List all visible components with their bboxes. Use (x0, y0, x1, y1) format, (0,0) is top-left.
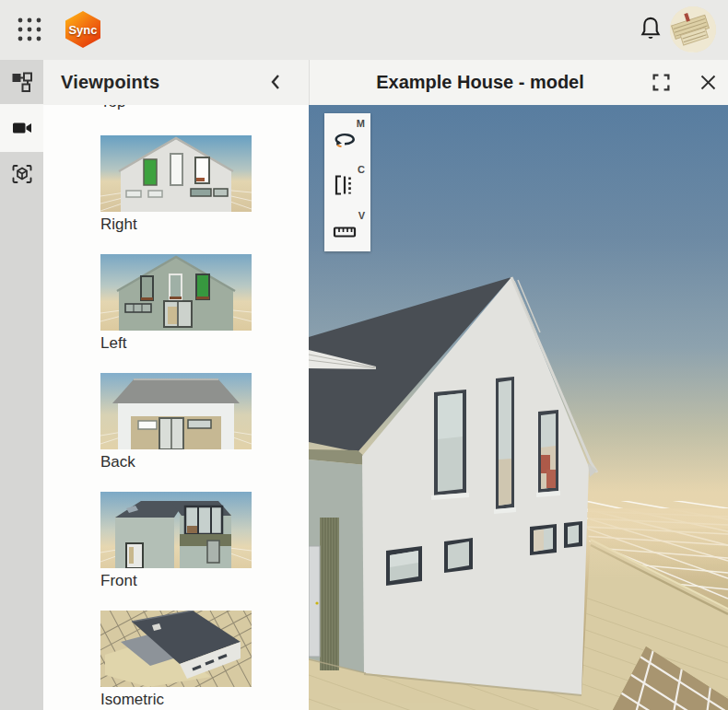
viewpoint-thumbnail-left (100, 254, 252, 331)
viewpoints-panel: Viewpoints Top (43, 60, 309, 710)
viewer-panel: Example House - model (309, 60, 728, 710)
notifications-button[interactable] (637, 16, 664, 45)
viewpoint-item-isometric[interactable]: Isometric (100, 611, 252, 709)
video-camera-icon (11, 117, 33, 139)
viewpoint-thumbnail-front (100, 492, 252, 568)
viewpoint-label: Back (100, 453, 252, 471)
viewpoint-label: Left (100, 334, 252, 353)
section-plane-icon (333, 174, 355, 196)
sync-logo-text: Sync (68, 23, 97, 37)
viewpoint-thumbnail-back (100, 373, 252, 449)
topbar: Sync (0, 0, 728, 60)
measure-ruler-icon (333, 220, 357, 242)
viewpoints-title: Viewpoints (61, 72, 159, 93)
viewpoint-label: Isometric (100, 691, 252, 709)
viewport-3d-scene[interactable] (309, 105, 728, 710)
viewpoint-label: Front (100, 572, 252, 590)
viewpoint-item-left[interactable]: Left (100, 254, 252, 353)
viewer-header: Example House - model (309, 60, 728, 105)
viewpoint-thumbnail-right (100, 135, 252, 212)
viewer-title: Example House - model (310, 72, 651, 93)
orbit-tool-button[interactable]: M (324, 113, 370, 159)
cube-3d-icon (11, 163, 33, 185)
sidebar-item-model-tree[interactable] (0, 60, 43, 104)
sidebar-item-3d-model[interactable] (0, 152, 43, 196)
fullscreen-button[interactable] (651, 73, 671, 93)
close-viewer-button[interactable] (698, 73, 718, 93)
section-tool-button[interactable]: C (324, 159, 370, 205)
apps-grid-icon (16, 16, 43, 43)
section-shortcut-key: C (358, 164, 365, 175)
viewer-toolbar: M C V (324, 113, 370, 251)
viewpoint-label: Right (100, 215, 252, 234)
avatar-model-image (670, 6, 716, 52)
app-window: Sync (0, 0, 728, 710)
measure-tool-button[interactable]: V (324, 205, 370, 251)
viewpoint-thumbnail-isometric (100, 611, 252, 687)
fullscreen-icon (652, 73, 671, 92)
viewpoints-header: Viewpoints (43, 60, 309, 105)
viewpoint-item-top[interactable]: Top (100, 105, 252, 111)
orbit-icon (333, 128, 357, 150)
apps-grid-menu-button[interactable] (14, 14, 45, 45)
notification-bell-icon (638, 16, 663, 43)
user-avatar[interactable] (670, 6, 716, 52)
viewpoint-item-front[interactable]: Front (100, 492, 252, 590)
viewpoint-label: Top (100, 105, 252, 111)
collapse-panel-button[interactable] (266, 73, 285, 93)
measure-shortcut-key: V (358, 210, 365, 221)
orbit-shortcut-key: M (357, 118, 365, 129)
close-icon (699, 73, 718, 92)
tree-structure-icon (11, 71, 33, 93)
viewport-3d[interactable]: M C V (309, 105, 728, 710)
left-sidebar (0, 60, 43, 710)
viewpoints-list: Top (43, 105, 309, 710)
sync-logo[interactable]: Sync (65, 11, 100, 48)
viewpoint-item-right[interactable]: Right (100, 135, 252, 234)
sidebar-item-viewpoints[interactable] (0, 104, 43, 152)
viewpoint-item-back[interactable]: Back (100, 373, 252, 471)
chevron-left-icon (269, 73, 282, 91)
